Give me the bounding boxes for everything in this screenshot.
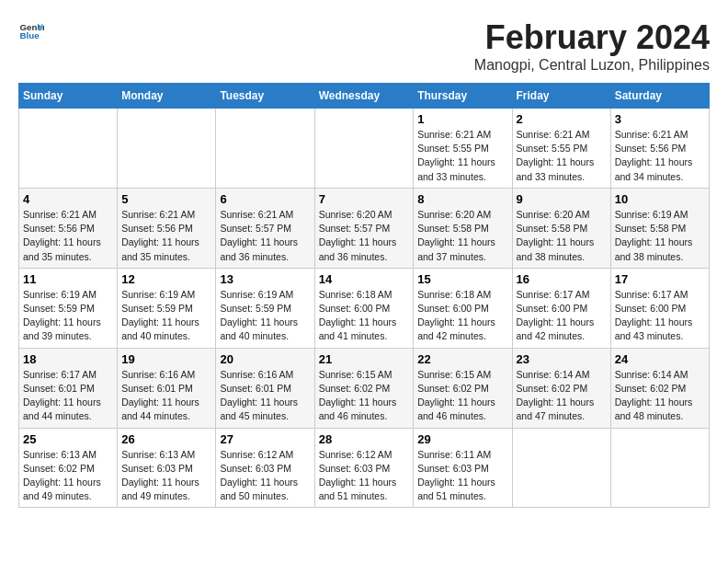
day-info: Sunrise: 6:21 AMSunset: 5:56 PMDaylight:… [615,128,705,184]
calendar-week-row: 18Sunrise: 6:17 AMSunset: 6:01 PMDayligh… [19,348,710,428]
calendar-cell: 13Sunrise: 6:19 AMSunset: 5:59 PMDayligh… [216,268,314,348]
calendar-week-row: 11Sunrise: 6:19 AMSunset: 5:59 PMDayligh… [19,268,710,348]
calendar-cell: 1Sunrise: 6:21 AMSunset: 5:55 PMDaylight… [414,109,512,189]
day-info: Sunrise: 6:11 AMSunset: 6:03 PMDaylight:… [417,448,507,504]
day-info: Sunrise: 6:20 AMSunset: 5:57 PMDaylight:… [319,208,410,264]
calendar-cell: 23Sunrise: 6:14 AMSunset: 6:02 PMDayligh… [512,348,610,428]
day-number: 2 [517,112,607,126]
calendar-cell: 26Sunrise: 6:13 AMSunset: 6:03 PMDayligh… [118,428,216,508]
day-info: Sunrise: 6:21 AMSunset: 5:56 PMDaylight:… [23,208,113,264]
day-number: 26 [121,432,211,446]
day-info: Sunrise: 6:21 AMSunset: 5:56 PMDaylight:… [121,208,211,264]
weekday-header-row: SundayMondayTuesdayWednesdayThursdayFrid… [19,84,710,109]
calendar-cell: 14Sunrise: 6:18 AMSunset: 6:00 PMDayligh… [314,268,414,348]
day-info: Sunrise: 6:17 AMSunset: 6:00 PMDaylight:… [517,288,607,344]
calendar-cell: 22Sunrise: 6:15 AMSunset: 6:02 PMDayligh… [414,348,512,428]
day-number: 22 [417,352,507,366]
location: Manogpi, Central Luzon, Philippines [474,57,710,74]
calendar-cell: 18Sunrise: 6:17 AMSunset: 6:01 PMDayligh… [19,348,118,428]
calendar-cell: 5Sunrise: 6:21 AMSunset: 5:56 PMDaylight… [118,188,216,268]
weekday-header: Saturday [610,84,709,109]
day-info: Sunrise: 6:16 AMSunset: 6:01 PMDaylight:… [121,368,211,424]
day-number: 28 [319,432,410,446]
day-info: Sunrise: 6:15 AMSunset: 6:02 PMDaylight:… [417,368,507,424]
calendar-cell: 28Sunrise: 6:12 AMSunset: 6:03 PMDayligh… [314,428,414,508]
weekday-header: Friday [512,84,610,109]
day-info: Sunrise: 6:18 AMSunset: 6:00 PMDaylight:… [417,288,507,344]
calendar-cell: 12Sunrise: 6:19 AMSunset: 5:59 PMDayligh… [118,268,216,348]
calendar-cell: 17Sunrise: 6:17 AMSunset: 6:00 PMDayligh… [610,268,709,348]
day-info: Sunrise: 6:16 AMSunset: 6:01 PMDaylight:… [220,368,310,424]
day-number: 24 [615,352,705,366]
day-number: 1 [417,112,507,126]
weekday-header: Sunday [19,84,118,109]
day-info: Sunrise: 6:18 AMSunset: 6:00 PMDaylight:… [319,288,410,344]
day-number: 25 [23,432,113,446]
calendar-cell: 16Sunrise: 6:17 AMSunset: 6:00 PMDayligh… [512,268,610,348]
calendar-cell: 10Sunrise: 6:19 AMSunset: 5:58 PMDayligh… [610,188,709,268]
calendar-cell [216,109,314,189]
day-info: Sunrise: 6:21 AMSunset: 5:55 PMDaylight:… [417,128,507,184]
day-number: 15 [417,272,507,286]
day-info: Sunrise: 6:12 AMSunset: 6:03 PMDaylight:… [220,448,310,504]
calendar-cell: 15Sunrise: 6:18 AMSunset: 6:00 PMDayligh… [414,268,512,348]
day-number: 13 [220,272,310,286]
logo-icon: General Blue [18,18,44,44]
calendar-table: SundayMondayTuesdayWednesdayThursdayFrid… [18,83,710,508]
day-number: 3 [615,112,705,126]
calendar-week-row: 25Sunrise: 6:13 AMSunset: 6:02 PMDayligh… [19,428,710,508]
weekday-header: Monday [118,84,216,109]
calendar-cell: 2Sunrise: 6:21 AMSunset: 5:55 PMDaylight… [512,109,610,189]
day-number: 8 [417,192,507,206]
day-number: 23 [517,352,607,366]
calendar-cell: 4Sunrise: 6:21 AMSunset: 5:56 PMDaylight… [19,188,118,268]
calendar-cell [19,109,118,189]
day-info: Sunrise: 6:21 AMSunset: 5:57 PMDaylight:… [220,208,310,264]
day-number: 5 [121,192,211,206]
day-number: 6 [220,192,310,206]
calendar-cell [314,109,414,189]
day-info: Sunrise: 6:14 AMSunset: 6:02 PMDaylight:… [517,368,607,424]
day-info: Sunrise: 6:15 AMSunset: 6:02 PMDaylight:… [319,368,410,424]
logo: General Blue [18,18,44,44]
day-number: 7 [319,192,410,206]
day-number: 14 [319,272,410,286]
calendar-cell: 29Sunrise: 6:11 AMSunset: 6:03 PMDayligh… [414,428,512,508]
svg-text:Blue: Blue [19,30,40,40]
month-year: February 2024 [474,18,710,57]
day-info: Sunrise: 6:19 AMSunset: 5:59 PMDaylight:… [23,288,113,344]
calendar-cell: 9Sunrise: 6:20 AMSunset: 5:58 PMDaylight… [512,188,610,268]
calendar-cell: 19Sunrise: 6:16 AMSunset: 6:01 PMDayligh… [118,348,216,428]
weekday-header: Wednesday [314,84,414,109]
weekday-header: Tuesday [216,84,314,109]
day-number: 21 [319,352,410,366]
calendar-cell [118,109,216,189]
day-number: 16 [517,272,607,286]
calendar-cell: 27Sunrise: 6:12 AMSunset: 6:03 PMDayligh… [216,428,314,508]
calendar-cell: 8Sunrise: 6:20 AMSunset: 5:58 PMDaylight… [414,188,512,268]
header: General Blue February 2024 Manogpi, Cent… [18,18,710,74]
day-number: 10 [615,192,705,206]
calendar-cell [512,428,610,508]
day-number: 12 [121,272,211,286]
day-info: Sunrise: 6:14 AMSunset: 6:02 PMDaylight:… [615,368,705,424]
day-info: Sunrise: 6:13 AMSunset: 6:02 PMDaylight:… [23,448,113,504]
day-info: Sunrise: 6:20 AMSunset: 5:58 PMDaylight:… [417,208,507,264]
calendar-cell: 20Sunrise: 6:16 AMSunset: 6:01 PMDayligh… [216,348,314,428]
day-number: 29 [417,432,507,446]
calendar-week-row: 4Sunrise: 6:21 AMSunset: 5:56 PMDaylight… [19,188,710,268]
day-info: Sunrise: 6:12 AMSunset: 6:03 PMDaylight:… [319,448,410,504]
weekday-header: Thursday [414,84,512,109]
calendar-week-row: 1Sunrise: 6:21 AMSunset: 5:55 PMDaylight… [19,109,710,189]
calendar-cell: 25Sunrise: 6:13 AMSunset: 6:02 PMDayligh… [19,428,118,508]
day-info: Sunrise: 6:17 AMSunset: 6:01 PMDaylight:… [23,368,113,424]
day-number: 9 [517,192,607,206]
title-section: February 2024 Manogpi, Central Luzon, Ph… [474,18,710,74]
day-info: Sunrise: 6:13 AMSunset: 6:03 PMDaylight:… [121,448,211,504]
day-number: 17 [615,272,705,286]
day-info: Sunrise: 6:19 AMSunset: 5:59 PMDaylight:… [220,288,310,344]
calendar-cell: 3Sunrise: 6:21 AMSunset: 5:56 PMDaylight… [610,109,709,189]
day-number: 4 [23,192,113,206]
calendar-cell: 24Sunrise: 6:14 AMSunset: 6:02 PMDayligh… [610,348,709,428]
day-info: Sunrise: 6:20 AMSunset: 5:58 PMDaylight:… [517,208,607,264]
